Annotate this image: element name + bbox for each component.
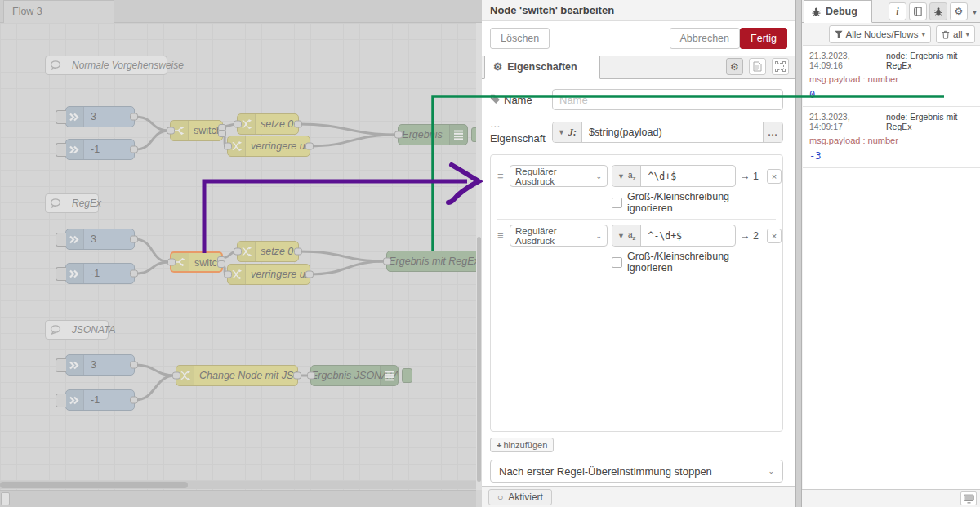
dialog-tabbar: ⚙Eigenschaften ⚙ (482, 56, 795, 79)
filter-nodes-button[interactable]: Alle Nodes/Flows ▾ (829, 25, 931, 43)
sidebar-footer (802, 489, 980, 507)
remove-rule-button[interactable]: × (767, 169, 782, 184)
modal-shade (0, 0, 482, 507)
property-type-button[interactable]: ▼J: (553, 122, 582, 142)
clear-messages-button[interactable]: all ▾ (936, 25, 975, 43)
edit-switch-dialog: Node 'switch' bearbeiten Löschen Abbrech… (482, 0, 796, 507)
plus-icon: + (497, 440, 501, 450)
debug-tab-button[interactable] (929, 2, 947, 20)
regex-icon: az (628, 171, 636, 182)
gear-icon: ⚙ (730, 61, 739, 73)
tag-icon (490, 95, 500, 106)
tab-properties-label: Eigenschaften (507, 61, 577, 73)
stop-after-first-match-select[interactable]: Nach erster Regel-Übereinstimmung stoppe… (490, 460, 783, 483)
rule-operator-select[interactable]: Regulärer Ausdruck⌄ (510, 165, 608, 187)
property-typed-input: ▼J: $string(payload) ... (552, 122, 783, 143)
message-property[interactable]: msg.payload : number (809, 136, 973, 145)
rule-operator-value: Regulärer Ausdruck (515, 167, 595, 186)
properties-form: Name ⋯Eigenschaft ▼J: $string(payload) .… (482, 79, 795, 505)
clear-button-label: all (953, 29, 963, 39)
funnel-icon (835, 30, 843, 38)
enabled-toggle-button[interactable]: ○Aktiviert (488, 489, 552, 505)
tab-debug-label: Debug (826, 1, 858, 22)
remove-rule-button[interactable]: × (767, 229, 782, 243)
rule-type-button[interactable]: ▼az (612, 225, 641, 246)
case-insensitive-checkbox[interactable] (612, 257, 622, 268)
regex-icon: az (628, 230, 636, 242)
property-label: ⋯Eigenschaft (490, 120, 552, 145)
name-row: Name (490, 89, 783, 110)
rule-row-1: ≡ Regulärer Ausdruck⌄ ▼az ^\d+$ → 1 × Gr… (497, 160, 776, 219)
case-insensitive-label: Groß-/Kleinschreibung ignorieren (627, 191, 776, 214)
message-source-node: node: Ergebnis mit RegEx (886, 51, 973, 70)
document-icon (753, 61, 762, 72)
rule-type-button[interactable]: ▼az (612, 166, 641, 186)
appearance-tab-button[interactable] (772, 58, 789, 75)
sidebar-tabbar: Debug i ⚙ ▾ (802, 0, 980, 23)
rule-pattern-value[interactable]: ^-\d+$ (641, 230, 688, 242)
chevron-down-icon: ▼ (558, 128, 565, 136)
rule-operator-select[interactable]: Regulärer Ausdruck⌄ (510, 225, 608, 247)
tab-debug[interactable]: Debug (804, 0, 872, 23)
debug-message[interactable]: 21.3.2023, 14:09:16 node: Ergebnis mit R… (803, 46, 980, 107)
rule-output-label: → 1 (740, 171, 763, 182)
chevron-down-icon: ⌄ (595, 172, 602, 180)
dialog-title: Node 'switch' bearbeiten (482, 0, 795, 21)
message-timestamp: 21.3.2023, 14:09:17 (809, 112, 876, 131)
description-tab-button[interactable] (749, 58, 766, 75)
info-tab-button[interactable]: i (889, 2, 906, 20)
filter-button-label: Alle Nodes/Flows (846, 29, 919, 39)
delete-button[interactable]: Löschen (490, 28, 550, 49)
message-value[interactable]: 0 (809, 89, 973, 100)
dialog-footer: ○Aktiviert (482, 486, 795, 507)
chevron-down-icon: ▼ (617, 232, 625, 240)
expand-editor-button[interactable]: ... (763, 122, 782, 142)
message-source-node: node: Ergebnis mit RegEx (886, 112, 973, 131)
circle-icon: ○ (497, 491, 503, 503)
monitor-icon (964, 494, 974, 504)
expression-icon: J: (568, 127, 577, 139)
appearance-icon (775, 61, 786, 72)
ellipsis-icon: ⋯ (490, 121, 500, 132)
done-button[interactable]: Fertig (740, 28, 787, 49)
chevron-down-icon: ▾ (921, 30, 925, 38)
name-input[interactable] (553, 94, 782, 106)
drag-handle-icon[interactable]: ≡ (497, 229, 506, 242)
property-value[interactable]: $string(payload) (582, 127, 669, 138)
stop-select-value: Nach erster Regel-Übereinstimmung stoppe… (499, 465, 712, 478)
rule-output-label: → 2 (740, 230, 763, 242)
debug-message-list[interactable]: 21.3.2023, 14:09:16 node: Ergebnis mit R… (803, 45, 980, 489)
dialog-button-row: Löschen Abbrechen Fertig (482, 21, 795, 56)
chevron-down-icon: ⌄ (768, 467, 774, 475)
rule-row-2: ≡ Regulärer Ausdruck⌄ ▼az ^-\d+$ → 2 × G… (497, 219, 776, 278)
message-timestamp: 21.3.2023, 14:09:16 (809, 51, 876, 70)
trash-icon (942, 30, 950, 39)
message-value[interactable]: -3 (809, 150, 973, 162)
rule-value-typed-input: ▼az ^\d+$ (612, 165, 736, 187)
message-property[interactable]: msg.payload : number (809, 74, 973, 84)
flow-canvas[interactable]: Flow 3 Normale Vorgehensweise RegEx JSON… (0, 0, 482, 507)
tab-properties[interactable]: ⚙Eigenschaften (484, 56, 600, 79)
open-window-button[interactable] (960, 491, 977, 505)
debug-message[interactable]: 21.3.2023, 14:09:17 node: Ergebnis mit R… (803, 107, 980, 168)
chevron-down-icon: ▾ (965, 30, 969, 38)
rules-list: ≡ Regulärer Ausdruck⌄ ▼az ^\d+$ → 1 × Gr… (490, 154, 783, 432)
rule-operator-value: Regulärer Ausdruck (515, 226, 595, 246)
settings-tab-button[interactable]: ⚙ (950, 2, 968, 20)
sidebar-menu-caret[interactable]: ▾ (973, 7, 977, 16)
cancel-button[interactable]: Abbrechen (670, 28, 740, 49)
case-insensitive-checkbox[interactable] (612, 198, 622, 208)
drag-handle-icon[interactable]: ≡ (497, 170, 506, 182)
help-tab-button[interactable] (909, 2, 927, 20)
book-icon (913, 7, 923, 16)
property-row: ⋯Eigenschaft ▼J: $string(payload) ... (490, 120, 783, 145)
name-label: Name (490, 94, 552, 106)
debug-toolbar: Alle Nodes/Flows ▾ all ▾ (802, 23, 980, 45)
rule-pattern-value[interactable]: ^\d+$ (641, 171, 683, 182)
rule-value-typed-input: ▼az ^-\d+$ (612, 225, 736, 247)
add-rule-button[interactable]: +hinzufügen (490, 438, 554, 452)
chevron-down-icon: ▼ (617, 172, 625, 180)
debug-sidebar: Debug i ⚙ ▾ Alle Nodes/Flows ▾ all ▾ 21.… (801, 0, 980, 507)
properties-tab-button[interactable]: ⚙ (726, 58, 743, 75)
chevron-down-icon: ⌄ (595, 232, 602, 240)
